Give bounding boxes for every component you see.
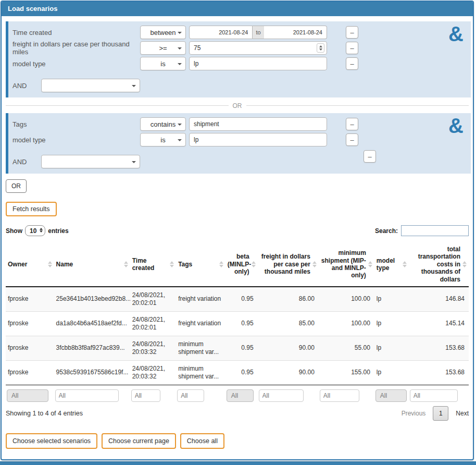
table-row[interactable]: fproskeda1a8c4b6a4518aef2fd...24/08/2021… xyxy=(6,311,469,336)
table-cell: lp xyxy=(374,360,409,385)
filter-row: freight in dollars per case per thousand… xyxy=(12,40,466,56)
date-range-group: to xyxy=(189,26,327,39)
choose-selected-scenarios-button[interactable]: Choose selected scenarios xyxy=(6,433,97,449)
add-or-group-button[interactable]: OR xyxy=(6,179,27,193)
fetch-results-button[interactable]: Fetch results xyxy=(6,202,57,216)
summary-row: Showing 1 to 4 of 4 entries Previous 1 N… xyxy=(6,406,469,421)
sort-icon[interactable] xyxy=(252,261,256,267)
sort-icon[interactable] xyxy=(48,261,52,267)
sort-icon[interactable] xyxy=(124,261,128,267)
column-filter-input[interactable] xyxy=(177,389,204,402)
table-row[interactable]: fproske3fcbb8b3f8af927ac839...24/08/2021… xyxy=(6,336,469,360)
table-cell: 145.14 xyxy=(409,311,469,336)
remove-condition-button[interactable]: – xyxy=(346,42,358,54)
filter-group-2: & Tags contains – model type is xyxy=(6,113,471,174)
choose-all-button[interactable]: Choose all xyxy=(180,433,224,449)
filter-field-label: Time created xyxy=(12,29,140,36)
page-number-button[interactable]: 1 xyxy=(433,406,448,421)
table-cell: fproske xyxy=(6,311,54,336)
operator-select[interactable]: is xyxy=(140,133,186,146)
actions-row: Choose selected scenarios Choose current… xyxy=(6,433,469,449)
column-filter-input[interactable] xyxy=(410,389,458,402)
operator-select[interactable]: contains xyxy=(140,117,186,131)
column-header-minimum-shipment[interactable]: minimum shipment (MIP- and MINLP-only) xyxy=(319,242,374,287)
table-cell: 146.84 xyxy=(409,287,469,312)
and-label: AND xyxy=(12,82,41,90)
table-cell: 55.00 xyxy=(319,336,374,360)
filter-field-label: freight in dollars per case per thousand… xyxy=(12,40,140,56)
load-scenarios-panel: Load scenarios & Time created between to… xyxy=(1,1,474,460)
search-control: Search: xyxy=(375,225,469,236)
add-condition-select[interactable] xyxy=(41,155,140,168)
column-filter-input[interactable] xyxy=(320,389,359,402)
column-filter-input[interactable] xyxy=(259,389,304,402)
column-header-time-created[interactable]: Time created xyxy=(130,242,176,287)
search-label: Search: xyxy=(375,227,398,235)
sort-icon[interactable] xyxy=(219,261,223,267)
column-filter-input[interactable] xyxy=(131,389,160,402)
remove-condition-button[interactable]: – xyxy=(346,133,358,146)
operator-select[interactable]: >= xyxy=(140,41,186,55)
operator-value: between xyxy=(150,29,176,36)
remove-condition-button[interactable]: – xyxy=(346,26,358,39)
operator-select[interactable]: between xyxy=(140,26,186,39)
sort-icon[interactable] xyxy=(403,261,407,267)
previous-page-button[interactable]: Previous xyxy=(402,410,426,417)
add-condition-row: AND xyxy=(12,154,466,169)
column-header-beta[interactable]: beta (MINLP-only) xyxy=(226,242,258,287)
add-condition-select[interactable] xyxy=(41,79,140,92)
column-filter-select[interactable]: All xyxy=(375,389,407,402)
text-value-group xyxy=(189,133,327,146)
choose-current-page-button[interactable]: Choose current page xyxy=(102,433,176,449)
column-filter-select[interactable]: All xyxy=(7,389,48,402)
column-header-name[interactable]: Name xyxy=(54,242,130,287)
chevron-down-icon xyxy=(132,85,136,87)
text-input[interactable] xyxy=(189,57,327,70)
text-input[interactable] xyxy=(189,133,327,146)
table-cell: lp xyxy=(374,336,409,360)
operator-select[interactable]: is xyxy=(140,57,186,70)
next-page-button[interactable]: Next xyxy=(456,410,469,417)
show-label: Show xyxy=(6,227,22,235)
table-cell: fproske xyxy=(6,360,54,385)
table-row[interactable]: fproske25e3641b4013ebed92b8...24/08/2021… xyxy=(6,287,469,312)
list-controls: Show 10 entries Search: xyxy=(6,225,469,236)
text-input[interactable] xyxy=(189,117,327,131)
chevron-down-icon xyxy=(178,32,182,34)
filter-footer-row: AllAllAll xyxy=(6,385,469,404)
sort-icon[interactable] xyxy=(312,261,317,267)
column-header-owner[interactable]: Owner xyxy=(6,242,54,287)
column-header-total-costs[interactable]: total transportation costs in thousands … xyxy=(409,242,469,287)
sort-icon[interactable] xyxy=(462,261,467,267)
table-cell: 0.95 xyxy=(226,311,258,336)
page-size-value: 10 xyxy=(30,227,36,235)
panel-content: & Time created between to – freight in d… xyxy=(2,16,473,452)
column-header-model-type[interactable]: model type xyxy=(374,242,409,287)
table-cell: 153.68 xyxy=(409,360,469,385)
column-filter-select[interactable]: All xyxy=(227,389,254,402)
column-header-tags[interactable]: Tags xyxy=(176,242,226,287)
search-input[interactable] xyxy=(401,225,469,236)
remove-condition-button[interactable]: – xyxy=(346,57,358,70)
table-row[interactable]: fproske9538c59391675586c19f...24/08/2021… xyxy=(6,360,469,385)
date-to-input[interactable] xyxy=(264,26,327,39)
or-divider-label: OR xyxy=(233,102,242,109)
page-size-control: Show 10 entries xyxy=(6,225,69,236)
spinner-icon[interactable] xyxy=(317,43,324,53)
column-filter-input[interactable] xyxy=(55,389,119,402)
sort-icon[interactable] xyxy=(170,261,174,267)
table-cell: 24/08/2021, 20:02:01 xyxy=(130,287,176,312)
remove-condition-button[interactable]: – xyxy=(346,118,358,130)
page-size-select[interactable]: 10 xyxy=(25,225,45,236)
table-cell: fproske xyxy=(6,287,54,312)
number-input[interactable] xyxy=(189,41,327,55)
number-value-group xyxy=(189,41,327,55)
table-cell: 25e3641b4013ebed92b8... xyxy=(54,287,130,312)
next-panel-header-strip xyxy=(0,461,476,465)
scenarios-table: Owner Name Time created Tags beta (MINLP… xyxy=(6,242,469,404)
sort-icon[interactable] xyxy=(368,261,372,267)
date-from-input[interactable] xyxy=(189,26,253,39)
column-header-freight[interactable]: freight in dollars per case per thousand… xyxy=(258,242,319,287)
filter-row: Tags contains – xyxy=(12,116,466,132)
remove-group-button[interactable]: – xyxy=(364,150,376,163)
